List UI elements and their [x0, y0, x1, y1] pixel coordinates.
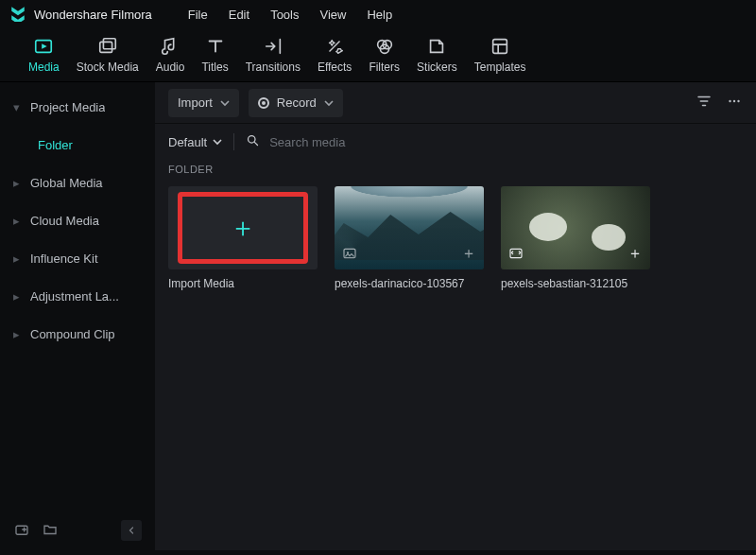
- tab-stock-media[interactable]: Stock Media: [77, 36, 139, 74]
- search-bar: Default: [155, 124, 756, 160]
- menu-edit[interactable]: Edit: [229, 8, 249, 22]
- plus-icon: ＋: [230, 215, 256, 241]
- tab-templates-label: Templates: [474, 61, 526, 74]
- divider: [233, 133, 234, 150]
- app-title: Wondershare Filmora: [34, 8, 152, 22]
- chevron-down-icon: [213, 137, 222, 147]
- media-grid: ＋ Import Media ＋ pexels-darinacico-10356…: [155, 182, 756, 294]
- svg-point-10: [737, 100, 739, 102]
- svg-rect-7: [16, 526, 27, 534]
- svg-point-11: [249, 136, 256, 144]
- tab-media[interactable]: Media: [28, 36, 60, 74]
- tab-titles[interactable]: Titles: [201, 36, 228, 74]
- sidebar-item-influence-kit[interactable]: ▸ Influence Kit: [0, 239, 155, 277]
- menu-file[interactable]: File: [188, 8, 208, 22]
- menu-help[interactable]: Help: [367, 8, 392, 22]
- sidebar-item-project-media[interactable]: ▾ Project Media: [0, 88, 155, 126]
- chevron-right-icon: ▸: [13, 289, 23, 304]
- card-label: Import Media: [168, 277, 318, 290]
- app-logo-icon: [9, 5, 26, 25]
- tab-stickers[interactable]: Stickers: [417, 36, 457, 74]
- image-type-icon: [508, 246, 524, 264]
- highlight-box: ＋: [178, 192, 308, 264]
- sidebar-item-global-media[interactable]: ▸ Global Media: [0, 164, 155, 201]
- tab-effects-label: Effects: [318, 61, 352, 74]
- tab-effects[interactable]: Effects: [318, 36, 352, 74]
- sidebar: ▾ Project Media Folder ▸ Global Media ▸ …: [0, 82, 155, 550]
- sidebar-item-label: Global Media: [30, 176, 103, 190]
- record-dropdown[interactable]: Record: [249, 89, 343, 117]
- sidebar-item-label: Adjustment La...: [30, 289, 119, 304]
- record-label: Record: [277, 95, 317, 110]
- sidebar-item-label: Folder: [38, 138, 73, 152]
- sidebar-item-compound-clip[interactable]: ▸ Compound Clip: [0, 315, 155, 353]
- svg-rect-1: [99, 42, 112, 52]
- chevron-down-icon: ▾: [13, 100, 23, 114]
- search-input[interactable]: [269, 135, 743, 149]
- sidebar-item-cloud-media[interactable]: ▸ Cloud Media: [0, 201, 155, 239]
- filter-icon[interactable]: [696, 93, 713, 113]
- record-icon: [258, 97, 269, 109]
- tab-templates[interactable]: Templates: [474, 36, 526, 74]
- chevron-down-icon: [220, 98, 230, 108]
- media-thumbnail: ＋: [501, 186, 650, 269]
- tab-audio[interactable]: Audio: [156, 36, 185, 74]
- sort-dropdown[interactable]: Default: [168, 135, 222, 149]
- svg-rect-2: [103, 39, 115, 49]
- search-icon: [246, 133, 260, 150]
- card-label: pexels-darinacico-103567: [335, 277, 484, 290]
- menu-view[interactable]: View: [319, 8, 346, 22]
- action-bar: Import Record: [155, 82, 756, 124]
- collapse-sidebar-button[interactable]: [121, 520, 142, 541]
- sidebar-item-folder[interactable]: Folder: [0, 126, 155, 164]
- tab-stock-media-label: Stock Media: [77, 61, 139, 74]
- main-toolbar: Media Stock Media Audio Titles Transitio…: [0, 28, 756, 82]
- sort-label: Default: [168, 135, 207, 149]
- sidebar-item-label: Project Media: [30, 100, 105, 114]
- sidebar-item-label: Influence Kit: [30, 251, 98, 266]
- tab-filters-label: Filters: [369, 61, 400, 74]
- add-to-timeline-icon[interactable]: ＋: [627, 244, 643, 264]
- import-media-thumb: ＋: [168, 186, 318, 269]
- tab-audio-label: Audio: [156, 61, 185, 74]
- card-label: pexels-sebastian-312105: [501, 277, 650, 290]
- section-folder-label: FOLDER: [155, 160, 756, 182]
- chevron-right-icon: ▸: [13, 214, 23, 228]
- svg-point-9: [733, 100, 735, 102]
- media-thumbnail: ＋: [335, 186, 484, 269]
- sidebar-item-adjustment-layer[interactable]: ▸ Adjustment La...: [0, 277, 155, 315]
- sidebar-bottom: [0, 520, 155, 541]
- import-media-card[interactable]: ＋ Import Media: [168, 186, 318, 290]
- content-area: Import Record Default: [155, 82, 756, 550]
- svg-rect-12: [344, 249, 355, 257]
- svg-point-13: [347, 251, 349, 253]
- sidebar-item-label: Compound Clip: [30, 327, 115, 341]
- new-bin-icon[interactable]: [13, 521, 30, 541]
- title-bar: Wondershare Filmora File Edit Tools View…: [0, 0, 756, 28]
- tab-media-label: Media: [28, 61, 60, 74]
- svg-point-8: [729, 100, 730, 102]
- tab-stickers-label: Stickers: [417, 61, 457, 74]
- svg-rect-6: [493, 40, 507, 54]
- app-logo: Wondershare Filmora: [9, 5, 152, 25]
- chevron-right-icon: ▸: [13, 176, 23, 190]
- add-to-timeline-icon[interactable]: ＋: [461, 244, 476, 264]
- sidebar-item-label: Cloud Media: [30, 214, 99, 228]
- image-type-icon: [342, 246, 357, 264]
- media-card[interactable]: ＋ pexels-sebastian-312105: [501, 186, 650, 290]
- tab-transitions-label: Transitions: [246, 61, 301, 74]
- more-icon[interactable]: [726, 93, 743, 113]
- import-dropdown[interactable]: Import: [168, 89, 239, 117]
- menu-bar: File Edit Tools View Help: [188, 8, 392, 22]
- new-folder-icon[interactable]: [42, 521, 59, 541]
- chevron-right-icon: ▸: [13, 251, 23, 266]
- tab-titles-label: Titles: [201, 61, 228, 74]
- tab-transitions[interactable]: Transitions: [246, 36, 301, 74]
- menu-tools[interactable]: Tools: [270, 8, 299, 22]
- chevron-right-icon: ▸: [13, 327, 23, 341]
- import-label: Import: [178, 95, 213, 110]
- tab-filters[interactable]: Filters: [369, 36, 400, 74]
- chevron-down-icon: [324, 98, 334, 108]
- media-card[interactable]: ＋ pexels-darinacico-103567: [335, 186, 484, 290]
